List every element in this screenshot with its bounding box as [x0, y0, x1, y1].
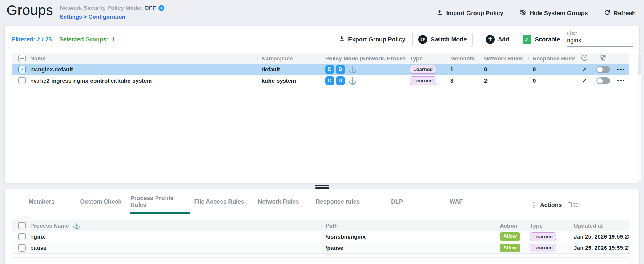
response-rules-count: 0 — [533, 78, 536, 84]
actions-label: Actions — [540, 202, 562, 208]
col-protect-icon[interactable] — [594, 54, 612, 63]
groups-table-header: Name Namespace Policy Mode (Network, Pro… — [12, 53, 629, 64]
vertical-dots-icon: ⋮ — [530, 201, 538, 209]
groups-filter-field: Filter — [567, 30, 633, 47]
tab-dlp[interactable]: DLP — [367, 189, 427, 214]
groups-panel: Filtered: 2 / 25 Selected Groups: 1 Expo… — [5, 26, 639, 183]
col-action[interactable]: Action — [500, 223, 517, 229]
response-rules-count: 0 — [533, 66, 536, 73]
scorable-label: Scorable — [535, 36, 560, 43]
groups-filter-input[interactable] — [567, 36, 633, 47]
col-members[interactable]: Members — [450, 55, 475, 62]
topbar: Groups Network Security Policy Mode: OFF… — [0, 0, 644, 26]
tab-network-rules[interactable]: Network Rules — [249, 189, 308, 214]
process-row-pause[interactable]: pause /pause Allow Learned Jan 25, 2026 … — [12, 242, 629, 254]
scrollbar-thumb[interactable] — [638, 54, 641, 75]
actions-menu-button[interactable]: ⋮ Actions — [530, 201, 562, 209]
group-row-rke2-ingress[interactable]: nv.rke2-ingress-nginx-controller.kube-sy… — [12, 75, 629, 86]
eye-off-icon — [519, 9, 526, 17]
network-rules-count: 0 — [484, 66, 487, 73]
row-checkbox[interactable] — [18, 233, 26, 240]
groups-filter-label: Filter — [567, 30, 633, 36]
process-rules-table: Process Name ⚓ Path Action Type Updated … — [12, 220, 629, 254]
switch-mode-icon: ⟳ — [418, 35, 427, 44]
tab-members[interactable]: Members — [12, 189, 71, 214]
col-path[interactable]: Path — [326, 223, 338, 229]
page-title: Groups — [7, 2, 53, 18]
select-all-checkbox[interactable] — [18, 222, 26, 229]
col-updated-at[interactable]: Updated at — [574, 223, 603, 229]
policy-network-badge: D — [325, 65, 334, 74]
type-badge: Learned — [410, 76, 436, 85]
row-checkbox[interactable]: ✓ — [18, 66, 26, 73]
groups-table-scrollbar[interactable] — [637, 53, 641, 180]
row-menu-button[interactable] — [617, 69, 625, 70]
anchor-icon: ⚓ — [73, 223, 80, 229]
col-policy-mode[interactable]: Policy Mode (Network, Process) — [325, 55, 406, 62]
upload-icon — [437, 9, 443, 17]
protect-toggle[interactable] — [596, 77, 610, 84]
col-type[interactable]: Type — [530, 223, 543, 229]
protect-toggle[interactable] — [596, 66, 610, 73]
col-scorable-icon[interactable] — [575, 54, 594, 63]
row-checkbox[interactable] — [18, 77, 26, 84]
add-label: Add — [498, 36, 510, 43]
policy-mode-value: OFF — [145, 5, 156, 11]
detail-scroll-divider — [636, 195, 636, 264]
split-drag-handle[interactable] — [315, 184, 329, 189]
members-count: 1 — [450, 66, 454, 73]
import-group-policy-button[interactable]: Import Group Policy — [437, 9, 503, 17]
policy-process-badge: D — [336, 65, 345, 74]
export-group-policy-button[interactable]: Export Group Policy — [339, 36, 405, 44]
row-menu-button[interactable] — [617, 80, 625, 82]
tab-custom-check[interactable]: Custom Check — [71, 189, 130, 214]
scorable-checkbox[interactable]: ✓ — [523, 35, 531, 44]
row-checkbox[interactable] — [18, 244, 26, 252]
policy-process-badge: D — [336, 76, 345, 85]
members-count: 3 — [450, 78, 454, 84]
shield-icon — [600, 54, 607, 63]
col-network-rules[interactable]: Network Rules — [484, 55, 523, 62]
group-row-nginx[interactable]: ✓ nv.nginx.default default D D ⚓ Learned… — [12, 64, 629, 75]
add-button[interactable]: + Add — [480, 32, 515, 47]
breadcrumb[interactable]: Settings > Configuration — [60, 14, 125, 20]
updated-at: Jan 25, 2026 19:59:23 — [574, 234, 629, 240]
scorable-checkmark-icon: ✓ — [582, 66, 587, 73]
col-namespace[interactable]: Namespace — [262, 55, 293, 62]
info-icon[interactable]: i — [158, 5, 164, 11]
hide-system-groups-label: Hide System Groups — [530, 10, 588, 17]
import-group-policy-label: Import Group Policy — [446, 10, 503, 17]
refresh-label: Refresh — [614, 10, 636, 17]
tab-waf[interactable]: WAF — [427, 189, 486, 214]
refresh-button[interactable]: Refresh — [604, 9, 636, 17]
hide-system-groups-button[interactable]: Hide System Groups — [519, 9, 588, 17]
tabs-divider — [12, 218, 601, 218]
filtered-count: Filtered: 2 / 25 — [12, 36, 52, 43]
select-all-checkbox[interactable] — [18, 55, 26, 62]
plus-icon: + — [486, 35, 495, 44]
process-row-nginx[interactable]: nginx /usr/sbin/nginx Allow Learned Jan … — [12, 231, 629, 242]
tab-file-access-rules[interactable]: File Access Rules — [190, 189, 249, 214]
col-type[interactable]: Type — [410, 55, 423, 62]
col-name[interactable]: Name — [30, 55, 46, 62]
col-process-name[interactable]: Process Name — [30, 223, 69, 229]
tab-process-profile-rules[interactable]: Process Profile Rules — [130, 189, 190, 214]
download-icon — [339, 36, 345, 44]
detail-filter-field — [567, 200, 637, 211]
tab-response-rules[interactable]: Response rules — [308, 189, 367, 214]
col-response-rules[interactable]: Response Rules — [533, 55, 575, 62]
action-badge: Allow — [500, 232, 520, 241]
group-namespace: default — [262, 66, 280, 73]
gauge-icon — [581, 54, 588, 63]
switch-mode-button[interactable]: ⟳ Switch Mode — [412, 32, 472, 47]
network-rules-count: 2 — [484, 78, 487, 84]
groups-toolbar: Filtered: 2 / 25 Selected Groups: 1 Expo… — [12, 30, 633, 49]
refresh-icon — [604, 9, 611, 17]
group-name: nv.nginx.default — [30, 66, 73, 73]
detail-filter-input[interactable] — [567, 200, 637, 211]
detail-tabs: Members Custom Check Process Profile Rul… — [12, 189, 486, 214]
type-badge: Learned — [410, 65, 436, 74]
action-badge: Allow — [500, 244, 520, 252]
scorable-checkbox-wrap: ✓ Scorable — [523, 35, 560, 44]
detail-panel: Members Custom Check Process Profile Rul… — [5, 189, 639, 264]
